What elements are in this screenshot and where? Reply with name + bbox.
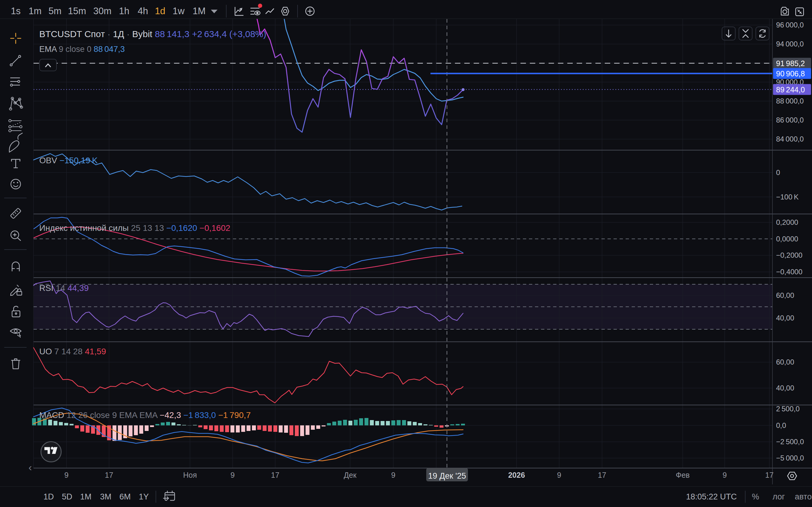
svg-text:4h: 4h [138,6,148,16]
svg-text:60,00: 60,00 [776,291,794,299]
svg-text:5m: 5m [48,6,61,16]
svg-text:UO 7 14 28 41,59: UO 7 14 28 41,59 [39,347,106,356]
svg-text:9: 9 [391,471,395,479]
svg-text:3M: 3M [100,492,111,501]
svg-text:84 000,0: 84 000,0 [776,135,804,143]
svg-text:6M: 6M [119,492,131,501]
svg-text:17: 17 [765,471,774,479]
svg-text:1M: 1M [192,6,205,16]
svg-text:19 Дек '25: 19 Дек '25 [428,471,466,481]
svg-text:EMA 9 close 0 88 047,3: EMA 9 close 0 88 047,3 [39,45,125,54]
svg-text:Фев: Фев [676,471,690,479]
svg-text:91 985,2: 91 985,2 [776,59,805,68]
svg-text:1M: 1M [80,492,92,501]
svg-text:60,00: 60,00 [776,358,794,366]
svg-text:лог: лог [773,492,785,501]
svg-text:1h: 1h [119,6,129,16]
svg-text:2 500,0: 2 500,0 [776,405,800,413]
svg-text:−0,2000: −0,2000 [776,251,802,259]
svg-text:40,00: 40,00 [776,384,794,392]
svg-text:0: 0 [776,168,780,176]
svg-text:17: 17 [271,471,280,479]
svg-text:MACD 12 26 close 9 EMA EMA −4: MACD 12 26 close 9 EMA EMA −42,3 −1 833,… [39,410,251,420]
svg-text:86 000,0: 86 000,0 [776,116,804,124]
svg-text:%: % [752,492,759,501]
svg-text:OBV −150,19 K: OBV −150,19 K [39,156,98,165]
svg-text:17: 17 [598,471,606,479]
svg-text:9: 9 [64,471,68,479]
svg-text:90 906,8: 90 906,8 [776,69,805,78]
svg-text:−100 K: −100 K [776,193,799,201]
svg-text:1w: 1w [172,6,185,16]
svg-text:94 000,0: 94 000,0 [776,40,804,48]
svg-text:9: 9 [723,471,727,479]
svg-text:Индекс истинной силы 25 13 13: Индекс истинной силы 25 13 13 −0,1620 −0… [39,223,230,233]
svg-text:0,0: 0,0 [776,421,786,430]
svg-text:9: 9 [231,471,235,479]
svg-text:авто: авто [795,492,812,501]
svg-text:2026: 2026 [508,471,525,479]
svg-text:15m: 15m [68,6,86,16]
svg-text:88 000,0: 88 000,0 [776,97,804,105]
svg-text:1Y: 1Y [139,492,149,501]
svg-text:9: 9 [557,471,561,479]
svg-text:−5 000,0: −5 000,0 [776,454,804,462]
svg-text:40,00: 40,00 [776,314,794,322]
svg-text:0,0000: 0,0000 [776,235,798,243]
svg-text:‹: ‹ [29,461,32,473]
svg-text:BTCUSDT Спот · 1Д · Bybit 88: BTCUSDT Спот · 1Д · Bybit 88 141,3 +2 63… [39,29,266,39]
svg-text:1s: 1s [11,6,21,16]
svg-text:1m: 1m [29,6,41,16]
svg-text:1D: 1D [44,492,54,501]
svg-text:5D: 5D [62,492,72,501]
svg-text:RSI 14 44,39: RSI 14 44,39 [39,283,89,293]
svg-text:0,2000: 0,2000 [776,218,798,226]
svg-text:18:05:22 UTC: 18:05:22 UTC [686,492,737,501]
svg-text:1d: 1d [155,6,165,16]
svg-text:Дек: Дек [344,471,357,479]
svg-text:Ноя: Ноя [183,471,197,479]
svg-text:17: 17 [105,471,113,479]
svg-text:30m: 30m [93,6,111,16]
svg-text:96 000,0: 96 000,0 [776,21,804,29]
svg-text:−0,4000: −0,4000 [776,268,802,276]
svg-text:−2 500,0: −2 500,0 [776,438,804,446]
svg-text:89 244,0: 89 244,0 [776,86,805,94]
